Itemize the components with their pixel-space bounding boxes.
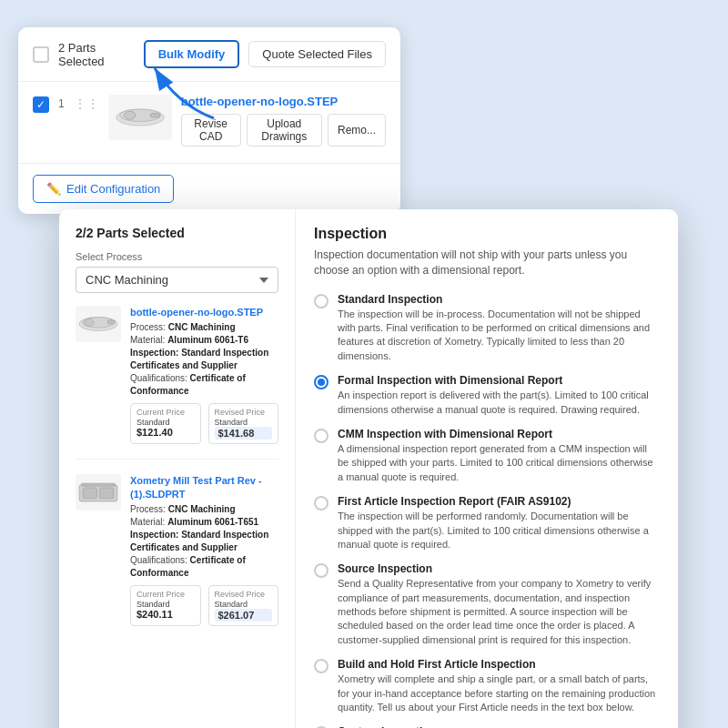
- upload-drawings-button[interactable]: Upload Drawings: [247, 114, 322, 147]
- current-price-label-2: Current Price: [136, 590, 195, 599]
- modal-part-item-2: Xometry Mill Test Part Rev - (1).SLDPRT …: [76, 474, 278, 626]
- inspection-option-cmm[interactable]: CMM Inspection with Dimensional Report A…: [314, 428, 660, 484]
- modal-part-process-2: Process: CNC Machining: [130, 503, 278, 516]
- option-title-source: Source Inspection: [338, 562, 660, 575]
- revise-cad-button[interactable]: Revise CAD: [181, 114, 241, 147]
- svg-rect-10: [83, 488, 96, 499]
- part-thumbnail-1: [108, 95, 172, 140]
- option-title-fair: First Article Inspection Report (FAIR AS…: [338, 495, 660, 508]
- option-desc-source: Send a Quality Representative from your …: [338, 577, 660, 647]
- inspection-option-standard[interactable]: Standard Inspection The inspection will …: [314, 293, 660, 364]
- revised-price-tier-2: Standard: [215, 600, 273, 609]
- modal-part-name-2: Xometry Mill Test Part Rev - (1).SLDPRT: [130, 474, 278, 500]
- part-filename-1: bottle-opener-no-logo.STEP: [181, 95, 386, 108]
- revised-price-value-1: $141.68: [215, 427, 273, 440]
- inspection-option-fair[interactable]: First Article Inspection Report (FAIR AS…: [314, 495, 660, 551]
- current-price-tier-1: Standard: [136, 418, 195, 427]
- radio-fair[interactable]: [314, 496, 329, 511]
- option-title-build-hold: Build and Hold First Article Inspection: [338, 658, 660, 671]
- radio-build-hold[interactable]: [314, 659, 329, 673]
- modal-part-name-1: bottle-opener-no-logo.STEP: [130, 306, 278, 318]
- modal-part-certs-1: Qualifications: Certificate of Conforman…: [130, 372, 278, 398]
- inspection-option-text-source: Source Inspection Send a Quality Represe…: [338, 562, 660, 647]
- svg-rect-12: [82, 483, 116, 486]
- inspection-title: Inspection: [314, 226, 660, 242]
- svg-rect-3: [150, 114, 160, 118]
- bulk-modify-button[interactable]: Bulk Modify: [144, 40, 240, 68]
- pencil-icon: ✏️: [46, 182, 61, 196]
- radio-formal[interactable]: [314, 375, 329, 389]
- current-price-block-1: Current Price Standard $121.40: [130, 403, 201, 444]
- option-title-cmm: CMM Inspection with Dimensional Report: [338, 428, 660, 440]
- revised-price-value-2: $261.07: [215, 609, 273, 622]
- quote-selected-button[interactable]: Quote Selected Files: [248, 41, 386, 67]
- inspection-option-text-build-hold: Build and Hold First Article Inspection …: [338, 658, 660, 714]
- revised-price-block-1: Revised Price Standard $141.68: [208, 403, 279, 444]
- revised-price-block-2: Revised Price Standard $261.07: [208, 585, 279, 626]
- select-all-checkbox[interactable]: [33, 46, 49, 63]
- svg-point-2: [124, 111, 135, 119]
- modal-part-item-1: bottle-opener-no-logo.STEP Process: CNC …: [76, 306, 278, 460]
- option-title-formal: Formal Inspection with Dimensional Repor…: [338, 374, 660, 387]
- modal-part-material-1: Material: Aluminum 6061-T6: [130, 334, 278, 347]
- inspection-option-text-formal: Formal Inspection with Dimensional Repor…: [338, 374, 660, 417]
- inspection-description: Inspection documentation will not ship w…: [314, 248, 660, 278]
- bulk-modify-modal: 2/2 Parts Selected Select Process CNC Ma…: [59, 209, 678, 728]
- modal-part-certs-label-2: Certificates and Supplier: [130, 541, 278, 554]
- part-info-1: bottle-opener-no-logo.STEP Revise CAD Up…: [181, 95, 386, 150]
- modal-left-panel: 2/2 Parts Selected Select Process CNC Ma…: [59, 209, 296, 728]
- option-title-standard: Standard Inspection: [338, 293, 660, 306]
- modal-part-material-2: Material: Aluminum 6061-T651: [130, 516, 278, 529]
- parts-selected-label: 2 Parts Selected: [58, 41, 135, 68]
- current-price-tier-2: Standard: [136, 600, 195, 609]
- modal-part-details-2: Xometry Mill Test Part Rev - (1).SLDPRT …: [130, 474, 278, 626]
- remove-button[interactable]: Remo...: [328, 114, 386, 147]
- revised-price-label-2: Revised Price: [215, 590, 273, 599]
- revised-price-tier-1: Standard: [215, 418, 273, 427]
- modal-part-thumb-2: [76, 474, 121, 511]
- edit-config-area: ✏️ Edit Configuration: [18, 164, 400, 214]
- option-desc-cmm: A dimensional inspection report generate…: [338, 442, 660, 484]
- edit-configuration-button[interactable]: ✏️ Edit Configuration: [33, 175, 174, 203]
- revised-price-label-1: Revised Price: [215, 408, 273, 417]
- drag-handle-icon[interactable]: ⋮⋮: [74, 96, 99, 111]
- option-desc-build-hold: Xometry will complete and ship a single …: [338, 672, 660, 714]
- inspection-option-build-hold[interactable]: Build and Hold First Article Inspection …: [314, 658, 660, 714]
- current-price-label-1: Current Price: [136, 408, 195, 417]
- radio-source[interactable]: [314, 563, 329, 578]
- part-row-1: ✓ 1 ⋮⋮ bottle-opener-no-logo.STEP Revise…: [18, 82, 400, 164]
- part-actions-1: Revise CAD Upload Drawings Remo...: [181, 114, 386, 147]
- modal-part-price-row-2: Current Price Standard $240.11 Revised P…: [130, 585, 278, 626]
- current-price-value-1: $121.40: [136, 427, 195, 438]
- svg-point-7: [85, 318, 94, 326]
- modal-part-inspection-label-1: Inspection: Standard Inspection: [130, 347, 278, 359]
- modal-part-price-row-1: Current Price Standard $121.40 Revised P…: [130, 403, 278, 444]
- process-select[interactable]: CNC Machining: [76, 267, 278, 293]
- select-process-label: Select Process: [76, 251, 278, 262]
- row-number-1: 1: [58, 97, 65, 110]
- modal-part-certs-label-1: Certificates and Supplier: [130, 359, 278, 372]
- current-price-value-2: $240.11: [136, 609, 195, 620]
- modal-part-details-1: bottle-opener-no-logo.STEP Process: CNC …: [130, 306, 278, 444]
- option-desc-standard: The inspection will be in-process. Docum…: [338, 308, 660, 364]
- radio-cmm[interactable]: [314, 429, 329, 443]
- left-panel-title: 2/2 Parts Selected: [76, 226, 278, 240]
- inspection-option-source[interactable]: Source Inspection Send a Quality Represe…: [314, 562, 660, 647]
- inspection-option-formal[interactable]: Formal Inspection with Dimensional Repor…: [314, 374, 660, 417]
- option-desc-formal: An inspection report is delivered with t…: [338, 389, 660, 417]
- radio-inner-formal: [318, 379, 325, 386]
- modal-part-thumb-1: [76, 306, 121, 342]
- radio-standard[interactable]: [314, 294, 329, 308]
- part-checkbox-1[interactable]: ✓: [33, 96, 49, 113]
- inspection-option-text-fair: First Article Inspection Report (FAIR AS…: [338, 495, 660, 551]
- modal-body: 2/2 Parts Selected Select Process CNC Ma…: [59, 209, 678, 728]
- option-desc-fair: The inspection will be performed randoml…: [338, 510, 660, 551]
- parts-list-card: 2 Parts Selected Bulk Modify Quote Selec…: [18, 27, 400, 214]
- current-price-block-2: Current Price Standard $240.11: [130, 585, 201, 626]
- card-header: 2 Parts Selected Bulk Modify Quote Selec…: [18, 27, 400, 82]
- modal-part-inspection-label-2: Inspection: Standard Inspection: [130, 529, 278, 541]
- inspection-option-text-cmm: CMM Inspection with Dimensional Report A…: [338, 428, 660, 484]
- edit-config-label: Edit Configuration: [66, 182, 160, 196]
- svg-rect-8: [107, 320, 115, 324]
- modal-part-certs-2: Qualifications: Certificate of Conforman…: [130, 554, 278, 580]
